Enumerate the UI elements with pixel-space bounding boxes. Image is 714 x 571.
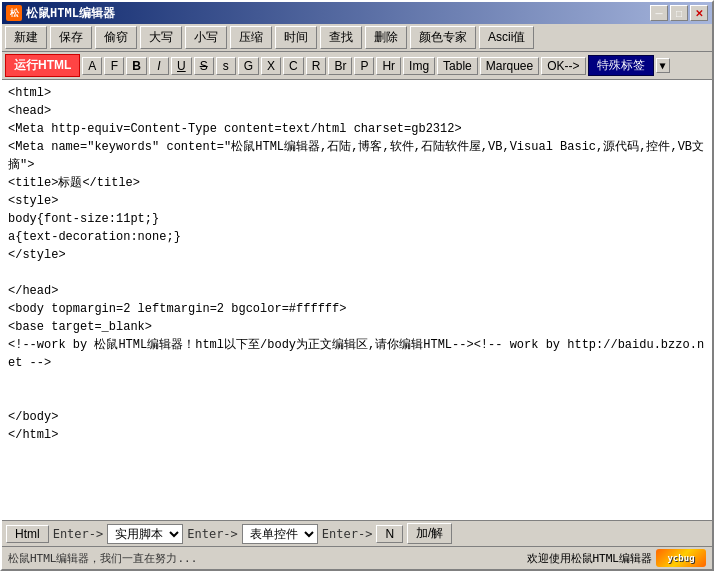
tag-c-button[interactable]: C [283, 57, 304, 75]
status-right-text: 欢迎使用松鼠HTML编辑器 [527, 551, 653, 566]
bottom-bar: Html Enter-> 实用脚本 Enter-> 表单控件 Enter-> N… [2, 520, 712, 546]
enter-label-3: Enter-> [322, 527, 373, 541]
encode-button[interactable]: 加/解 [407, 523, 452, 544]
title-bar-left: 松 松鼠HTML编辑器 [6, 5, 115, 22]
tag-img-button[interactable]: Img [403, 57, 435, 75]
ascii-button[interactable]: Ascii值 [479, 26, 534, 49]
tag-p-button[interactable]: P [354, 57, 374, 75]
special-tags-dropdown[interactable]: ▼ [656, 58, 670, 73]
tag-a-button[interactable]: A [82, 57, 102, 75]
tag-f-button[interactable]: F [104, 57, 124, 75]
tag-g-button[interactable]: G [238, 57, 259, 75]
minimize-button[interactable]: ─ [650, 5, 668, 21]
status-right: 欢迎使用松鼠HTML编辑器 ycbug [527, 549, 707, 567]
special-tags-button[interactable]: 特殊标签 [588, 55, 654, 76]
time-button[interactable]: 时间 [275, 26, 317, 49]
tag-u-button[interactable]: U [171, 57, 192, 75]
uppercase-button[interactable]: 大写 [140, 26, 182, 49]
tag-x-button[interactable]: X [261, 57, 281, 75]
tag-br-button[interactable]: Br [328, 57, 352, 75]
enter-label-1: Enter-> [53, 527, 104, 541]
n-button[interactable]: N [376, 525, 403, 543]
editor-area[interactable]: <html> <head> <Meta http-equiv=Content-T… [2, 80, 712, 520]
title-bar: 松 松鼠HTML编辑器 ─ □ ✕ [2, 2, 712, 24]
tag-b-button[interactable]: B [126, 57, 147, 75]
compress-button[interactable]: 压缩 [230, 26, 272, 49]
tag-S-button[interactable]: S [194, 57, 214, 75]
tag-hr-button[interactable]: Hr [376, 57, 401, 75]
title-buttons: ─ □ ✕ [650, 5, 708, 21]
tag-i-button[interactable]: I [149, 57, 169, 75]
main-window: 松 松鼠HTML编辑器 ─ □ ✕ 新建 保存 偷窃 大写 小写 压缩 时间 查… [0, 0, 714, 571]
save-button[interactable]: 保存 [50, 26, 92, 49]
color-expert-button[interactable]: 颜色专家 [410, 26, 476, 49]
app-icon: 松 [6, 5, 22, 21]
toolbar: 新建 保存 偷窃 大写 小写 压缩 时间 查找 删除 颜色专家 Ascii值 [2, 24, 712, 52]
tag-marquee-button[interactable]: Marquee [480, 57, 539, 75]
new-button[interactable]: 新建 [5, 26, 47, 49]
window-title: 松鼠HTML编辑器 [26, 5, 115, 22]
status-bar: 松鼠HTML编辑器，我们一直在努力... 欢迎使用松鼠HTML编辑器 ycbug [2, 546, 712, 569]
steal-button[interactable]: 偷窃 [95, 26, 137, 49]
close-button[interactable]: ✕ [690, 5, 708, 21]
enter-label-2: Enter-> [187, 527, 238, 541]
find-button[interactable]: 查找 [320, 26, 362, 49]
tag-toolbar: 运行HTML A F B I U S s G X C R Br P Hr Img… [2, 52, 712, 80]
delete-button[interactable]: 删除 [365, 26, 407, 49]
lowercase-button[interactable]: 小写 [185, 26, 227, 49]
tag-r-button[interactable]: R [306, 57, 327, 75]
tag-s-button[interactable]: s [216, 57, 236, 75]
run-html-button[interactable]: 运行HTML [5, 54, 80, 77]
tag-table-button[interactable]: Table [437, 57, 478, 75]
maximize-button[interactable]: □ [670, 5, 688, 21]
script-select[interactable]: 实用脚本 [107, 524, 183, 544]
form-select[interactable]: 表单控件 [242, 524, 318, 544]
html-button[interactable]: Html [6, 525, 49, 543]
logo-badge: ycbug [656, 549, 706, 567]
status-left-text: 松鼠HTML编辑器，我们一直在努力... [8, 551, 197, 566]
tag-ok-button[interactable]: OK--> [541, 57, 585, 75]
